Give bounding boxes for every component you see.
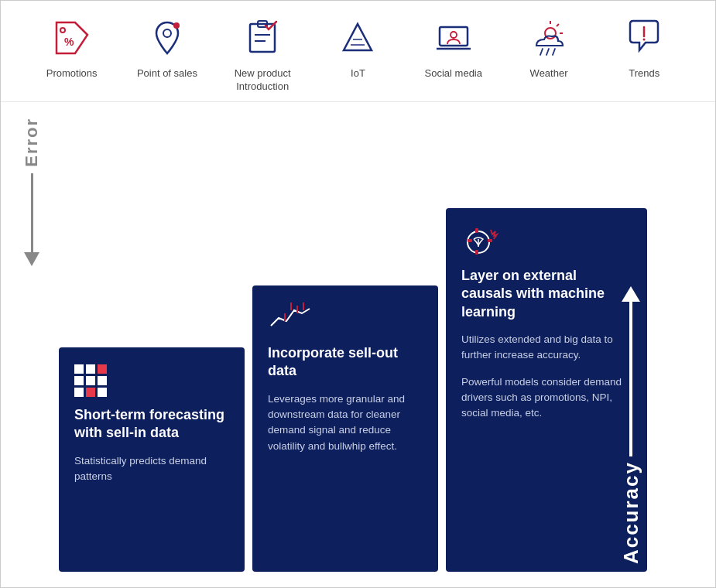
grid-cell bbox=[86, 364, 95, 374]
error-arrow bbox=[22, 173, 41, 266]
main-content: Error bbox=[1, 102, 715, 587]
icon-point-of-sales: Point of sales bbox=[125, 15, 210, 80]
card-short-term: Short-term forecasting with sell-in data… bbox=[59, 347, 245, 572]
card-3-title: Layer on external causals with machine l… bbox=[461, 267, 632, 321]
point-of-sales-icon bbox=[144, 15, 190, 61]
social-media-icon bbox=[430, 15, 477, 61]
svg-rect-30 bbox=[475, 250, 478, 255]
trends-icon bbox=[621, 15, 667, 61]
card-1-body: Statistically predicts demand patterns bbox=[74, 453, 229, 485]
icons-row: % Promotions Point of sales bbox=[1, 1, 715, 102]
weather-label: Weather bbox=[530, 67, 568, 80]
grid-cell-red bbox=[98, 364, 107, 374]
card-3-icon bbox=[461, 225, 500, 256]
icon-iot: IoT bbox=[315, 15, 400, 80]
grid-cell bbox=[98, 376, 107, 385]
social-media-label: Social media bbox=[425, 67, 482, 80]
trends-label: Trends bbox=[629, 67, 659, 80]
card-3-body: Utilizes extended and big data to furthe… bbox=[461, 332, 632, 421]
page-container: % Promotions Point of sales bbox=[0, 0, 716, 588]
error-arrow-line bbox=[31, 173, 33, 252]
svg-line-17 bbox=[540, 49, 543, 55]
svg-line-15 bbox=[557, 24, 559, 26]
card-1-title: Short-term forecasting with sell-in data bbox=[74, 406, 229, 443]
svg-rect-27 bbox=[488, 239, 492, 242]
svg-point-21 bbox=[643, 39, 646, 41]
promotions-label: Promotions bbox=[46, 67, 98, 80]
new-product-icon bbox=[239, 15, 286, 61]
promotions-icon: % bbox=[49, 15, 95, 61]
cards-area: Short-term forecasting with sell-in data… bbox=[59, 102, 700, 572]
iot-label: IoT bbox=[351, 67, 365, 80]
error-label: Error bbox=[22, 118, 42, 167]
svg-rect-28 bbox=[468, 239, 472, 242]
svg-point-3 bbox=[173, 22, 180, 29]
svg-line-18 bbox=[546, 49, 549, 55]
card-3-body-p2: Powerful models consider demand drivers … bbox=[461, 374, 632, 422]
card-sell-out: Incorporate sell-out data Leverages more… bbox=[252, 285, 438, 572]
svg-point-12 bbox=[450, 32, 457, 38]
card-3-body-p1: Utilizes extended and big data to furthe… bbox=[461, 332, 632, 364]
svg-line-19 bbox=[553, 49, 555, 55]
point-of-sales-label: Point of sales bbox=[137, 67, 197, 80]
card-2-icon bbox=[268, 303, 307, 333]
card-external-causals: Layer on external causals with machine l… bbox=[446, 208, 647, 572]
icon-social-media: Social media bbox=[411, 15, 496, 80]
grid-cell bbox=[74, 376, 84, 385]
grid-cell bbox=[86, 376, 95, 385]
new-product-label: New product Introduction bbox=[235, 67, 291, 94]
error-label-container: Error bbox=[16, 118, 47, 266]
icon-new-product: New product Introduction bbox=[220, 15, 305, 94]
svg-rect-29 bbox=[475, 228, 478, 233]
svg-point-2 bbox=[163, 29, 171, 37]
grid-cell bbox=[74, 388, 84, 397]
icon-promotions: % Promotions bbox=[29, 15, 115, 80]
grid-cell bbox=[98, 388, 107, 397]
icon-weather: Weather bbox=[506, 15, 591, 80]
grid-cell-red bbox=[86, 388, 95, 397]
iot-icon bbox=[334, 15, 381, 61]
svg-text:%: % bbox=[64, 36, 74, 48]
grid-cell bbox=[74, 364, 84, 374]
weather-icon bbox=[526, 15, 572, 61]
card-2-title: Incorporate sell-out data bbox=[268, 344, 423, 381]
accuracy-label: Accuracy bbox=[619, 461, 643, 564]
icon-trends: Trends bbox=[601, 15, 687, 80]
card-2-body: Leverages more granular and downstream d… bbox=[268, 391, 423, 454]
svg-rect-10 bbox=[440, 27, 468, 46]
svg-point-0 bbox=[60, 28, 65, 32]
card-1-icon bbox=[74, 364, 113, 395]
error-arrow-head bbox=[24, 252, 39, 266]
